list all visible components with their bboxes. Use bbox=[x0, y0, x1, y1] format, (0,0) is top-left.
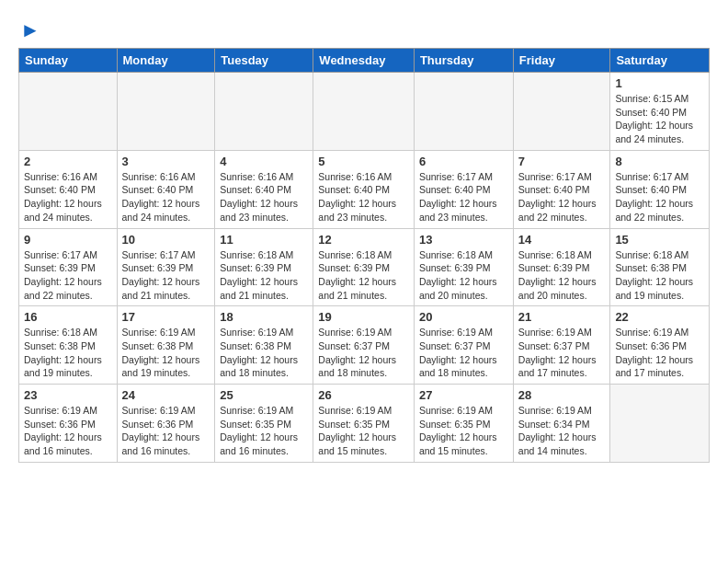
day-header-monday: Monday bbox=[117, 49, 215, 73]
day-number: 4 bbox=[220, 155, 308, 168]
calendar-table: SundayMondayTuesdayWednesdayThursdayFrid… bbox=[18, 48, 710, 463]
day-number: 26 bbox=[318, 388, 409, 402]
calendar-cell: 3Sunrise: 6:16 AM Sunset: 6:40 PM Daylig… bbox=[117, 150, 215, 228]
day-info: Sunrise: 6:16 AM Sunset: 6:40 PM Dayligh… bbox=[122, 170, 210, 224]
calendar-cell: 8Sunrise: 6:17 AM Sunset: 6:40 PM Daylig… bbox=[610, 150, 710, 228]
day-info: Sunrise: 6:19 AM Sunset: 6:36 PM Dayligh… bbox=[122, 404, 210, 458]
page: ► SundayMondayTuesdayWednesdayThursdayFr… bbox=[0, 0, 728, 481]
calendar-cell: 24Sunrise: 6:19 AM Sunset: 6:36 PM Dayli… bbox=[117, 385, 215, 463]
day-info: Sunrise: 6:19 AM Sunset: 6:35 PM Dayligh… bbox=[419, 404, 508, 458]
day-info: Sunrise: 6:17 AM Sunset: 6:40 PM Dayligh… bbox=[419, 170, 508, 224]
calendar-cell: 6Sunrise: 6:17 AM Sunset: 6:40 PM Daylig… bbox=[414, 150, 513, 228]
day-info: Sunrise: 6:19 AM Sunset: 6:36 PM Dayligh… bbox=[24, 404, 112, 458]
day-header-friday: Friday bbox=[513, 49, 610, 73]
calendar-cell: 7Sunrise: 6:17 AM Sunset: 6:40 PM Daylig… bbox=[513, 150, 610, 228]
calendar-cell: 17Sunrise: 6:19 AM Sunset: 6:38 PM Dayli… bbox=[117, 306, 215, 385]
day-number: 6 bbox=[419, 155, 508, 168]
day-number: 15 bbox=[615, 233, 704, 247]
calendar-cell bbox=[215, 73, 313, 151]
day-info: Sunrise: 6:19 AM Sunset: 6:37 PM Dayligh… bbox=[318, 326, 409, 380]
day-number: 2 bbox=[24, 155, 112, 168]
day-header-saturday: Saturday bbox=[610, 49, 710, 73]
day-info: Sunrise: 6:18 AM Sunset: 6:39 PM Dayligh… bbox=[220, 248, 308, 303]
calendar-cell: 20Sunrise: 6:19 AM Sunset: 6:37 PM Dayli… bbox=[414, 306, 513, 385]
day-info: Sunrise: 6:17 AM Sunset: 6:40 PM Dayligh… bbox=[518, 170, 606, 224]
calendar-cell: 12Sunrise: 6:18 AM Sunset: 6:39 PM Dayli… bbox=[313, 228, 415, 306]
calendar-cell: 21Sunrise: 6:19 AM Sunset: 6:37 PM Dayli… bbox=[513, 306, 610, 385]
day-info: Sunrise: 6:18 AM Sunset: 6:38 PM Dayligh… bbox=[24, 326, 112, 380]
week-row-1: 1Sunrise: 6:15 AM Sunset: 6:40 PM Daylig… bbox=[19, 73, 710, 151]
calendar-cell: 28Sunrise: 6:19 AM Sunset: 6:34 PM Dayli… bbox=[513, 385, 610, 463]
calendar-cell bbox=[414, 73, 513, 151]
day-number: 19 bbox=[318, 310, 409, 324]
day-info: Sunrise: 6:19 AM Sunset: 6:37 PM Dayligh… bbox=[518, 326, 606, 380]
day-info: Sunrise: 6:18 AM Sunset: 6:39 PM Dayligh… bbox=[318, 248, 409, 303]
day-info: Sunrise: 6:19 AM Sunset: 6:38 PM Dayligh… bbox=[122, 326, 210, 380]
day-info: Sunrise: 6:17 AM Sunset: 6:39 PM Dayligh… bbox=[24, 248, 112, 303]
calendar-cell: 15Sunrise: 6:18 AM Sunset: 6:38 PM Dayli… bbox=[610, 228, 710, 306]
day-info: Sunrise: 6:18 AM Sunset: 6:39 PM Dayligh… bbox=[419, 248, 508, 303]
day-number: 7 bbox=[518, 155, 606, 168]
day-info: Sunrise: 6:15 AM Sunset: 6:40 PM Dayligh… bbox=[615, 92, 704, 146]
day-number: 5 bbox=[318, 155, 409, 168]
day-info: Sunrise: 6:18 AM Sunset: 6:39 PM Dayligh… bbox=[518, 248, 606, 303]
calendar-cell bbox=[117, 73, 215, 151]
day-info: Sunrise: 6:19 AM Sunset: 6:34 PM Dayligh… bbox=[518, 404, 606, 458]
calendar-cell: 13Sunrise: 6:18 AM Sunset: 6:39 PM Dayli… bbox=[414, 228, 513, 306]
day-info: Sunrise: 6:17 AM Sunset: 6:39 PM Dayligh… bbox=[122, 248, 210, 303]
day-info: Sunrise: 6:17 AM Sunset: 6:40 PM Dayligh… bbox=[615, 170, 704, 224]
header-row: SundayMondayTuesdayWednesdayThursdayFrid… bbox=[19, 49, 710, 73]
calendar-cell: 11Sunrise: 6:18 AM Sunset: 6:39 PM Dayli… bbox=[215, 228, 313, 306]
day-info: Sunrise: 6:19 AM Sunset: 6:38 PM Dayligh… bbox=[220, 326, 308, 380]
day-number: 11 bbox=[220, 233, 308, 247]
week-row-5: 23Sunrise: 6:19 AM Sunset: 6:36 PM Dayli… bbox=[19, 385, 710, 463]
calendar-cell: 18Sunrise: 6:19 AM Sunset: 6:38 PM Dayli… bbox=[215, 306, 313, 385]
logo: ► bbox=[18, 18, 40, 39]
logo-arrow: ► bbox=[20, 18, 40, 42]
day-number: 17 bbox=[122, 310, 210, 324]
day-number: 23 bbox=[24, 388, 112, 402]
day-header-sunday: Sunday bbox=[19, 49, 118, 73]
calendar-cell: 5Sunrise: 6:16 AM Sunset: 6:40 PM Daylig… bbox=[313, 150, 415, 228]
calendar-cell: 19Sunrise: 6:19 AM Sunset: 6:37 PM Dayli… bbox=[313, 306, 415, 385]
day-number: 14 bbox=[518, 233, 606, 247]
day-info: Sunrise: 6:16 AM Sunset: 6:40 PM Dayligh… bbox=[318, 170, 409, 224]
day-number: 25 bbox=[220, 388, 308, 402]
calendar-cell: 23Sunrise: 6:19 AM Sunset: 6:36 PM Dayli… bbox=[19, 385, 118, 463]
day-number: 12 bbox=[318, 233, 409, 247]
day-number: 10 bbox=[122, 233, 210, 247]
day-number: 22 bbox=[615, 310, 704, 324]
calendar-cell: 26Sunrise: 6:19 AM Sunset: 6:35 PM Dayli… bbox=[313, 385, 415, 463]
day-info: Sunrise: 6:16 AM Sunset: 6:40 PM Dayligh… bbox=[220, 170, 308, 224]
calendar-cell: 14Sunrise: 6:18 AM Sunset: 6:39 PM Dayli… bbox=[513, 228, 610, 306]
day-header-tuesday: Tuesday bbox=[215, 49, 313, 73]
day-info: Sunrise: 6:19 AM Sunset: 6:35 PM Dayligh… bbox=[318, 404, 409, 458]
day-number: 18 bbox=[220, 310, 308, 324]
day-info: Sunrise: 6:16 AM Sunset: 6:40 PM Dayligh… bbox=[24, 170, 112, 224]
calendar-cell: 27Sunrise: 6:19 AM Sunset: 6:35 PM Dayli… bbox=[414, 385, 513, 463]
day-number: 16 bbox=[24, 310, 112, 324]
week-row-3: 9Sunrise: 6:17 AM Sunset: 6:39 PM Daylig… bbox=[19, 228, 710, 306]
day-number: 20 bbox=[419, 310, 508, 324]
day-number: 28 bbox=[518, 388, 606, 402]
day-info: Sunrise: 6:19 AM Sunset: 6:35 PM Dayligh… bbox=[220, 404, 308, 458]
calendar-cell: 9Sunrise: 6:17 AM Sunset: 6:39 PM Daylig… bbox=[19, 228, 118, 306]
day-header-wednesday: Wednesday bbox=[313, 49, 415, 73]
calendar-cell: 1Sunrise: 6:15 AM Sunset: 6:40 PM Daylig… bbox=[610, 73, 710, 151]
calendar-cell: 16Sunrise: 6:18 AM Sunset: 6:38 PM Dayli… bbox=[19, 306, 118, 385]
day-number: 13 bbox=[419, 233, 508, 247]
day-number: 9 bbox=[24, 233, 112, 247]
day-number: 27 bbox=[419, 388, 508, 402]
week-row-4: 16Sunrise: 6:18 AM Sunset: 6:38 PM Dayli… bbox=[19, 306, 710, 385]
calendar-cell bbox=[610, 385, 710, 463]
day-number: 21 bbox=[518, 310, 606, 324]
day-number: 8 bbox=[615, 155, 704, 168]
calendar-cell bbox=[513, 73, 610, 151]
calendar-cell bbox=[313, 73, 415, 151]
day-number: 24 bbox=[122, 388, 210, 402]
day-number: 3 bbox=[122, 155, 210, 168]
calendar-cell bbox=[19, 73, 118, 151]
day-info: Sunrise: 6:19 AM Sunset: 6:36 PM Dayligh… bbox=[615, 326, 704, 380]
header: ► bbox=[18, 18, 710, 39]
calendar-cell: 2Sunrise: 6:16 AM Sunset: 6:40 PM Daylig… bbox=[19, 150, 118, 228]
